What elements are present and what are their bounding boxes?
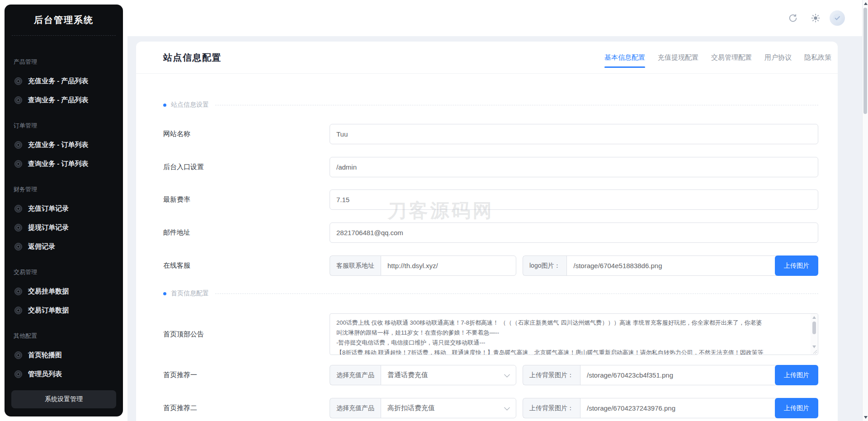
section-site-info: 站点信息设置 — [163, 100, 818, 109]
tab-privacy-policy[interactable]: 隐私政策 — [804, 53, 831, 62]
rate-input[interactable] — [330, 189, 818, 210]
sidebar-item-trade-pending[interactable]: 交易挂单数据 — [5, 282, 123, 301]
sidebar-item-withdraw-records[interactable]: 提现订单记录 — [5, 218, 123, 237]
scroll-down-icon[interactable] — [864, 416, 868, 419]
chevron-down-icon — [504, 404, 510, 410]
rec2-image-input[interactable] — [580, 398, 777, 418]
theme-toggle-sun-icon[interactable] — [810, 13, 821, 24]
section-label: 财务管理 — [14, 185, 123, 194]
record-circle-icon — [14, 77, 22, 85]
resize-grip-icon[interactable] — [813, 350, 817, 354]
textarea-scrollbar[interactable] — [811, 314, 818, 355]
select-product-addon: 选择充值产品 — [330, 365, 381, 385]
form-row-site-name: 网站名称 — [163, 124, 818, 144]
record-circle-icon — [14, 224, 22, 232]
sidebar-item-query-orders[interactable]: 查询业务 - 订单列表 — [5, 154, 123, 173]
form-row-email: 邮件地址 — [163, 222, 818, 243]
select-product-addon: 选择充值产品 — [330, 398, 381, 418]
sidebar-section-finance: 财务管理 充值订单记录 提现订单记录 返佣记录 — [5, 185, 123, 256]
app-title: 后台管理系统 — [5, 5, 123, 35]
spacer — [516, 365, 523, 385]
form-row-admin-path: 后台入口设置 — [163, 157, 818, 177]
record-circle-icon — [14, 307, 22, 314]
bg-image-addon: 上传背景图片： — [523, 365, 580, 385]
site-name-input[interactable] — [330, 124, 818, 144]
admin-path-input[interactable] — [330, 157, 818, 177]
section-dashed-line — [215, 293, 818, 294]
record-circle-icon — [14, 351, 22, 359]
email-input[interactable] — [330, 222, 818, 243]
sidebar-item-commission-records[interactable]: 返佣记录 — [5, 237, 123, 256]
field-label: 邮件地址 — [163, 228, 330, 237]
field-label: 首页顶部公告 — [163, 330, 330, 339]
scroll-up-icon[interactable] — [812, 316, 816, 319]
service-url-input[interactable] — [381, 255, 516, 276]
chevron-down-icon — [504, 371, 510, 377]
refresh-icon[interactable] — [788, 13, 798, 24]
upload-rec2-button[interactable]: 上传图片 — [775, 398, 818, 418]
sidebar: 后台管理系统 产品管理 充值业务 - 产品列表 查询业务 - 产品列表 订单管理… — [5, 5, 123, 416]
logo-path-input[interactable] — [566, 255, 777, 276]
record-circle-icon — [14, 288, 22, 295]
rec1-product-select[interactable]: 普通话费充值 — [381, 365, 516, 385]
record-circle-icon — [14, 96, 22, 104]
sidebar-item-recharge-records[interactable]: 充值订单记录 — [5, 199, 123, 218]
section-label: 订单管理 — [14, 122, 123, 130]
field-label: 首页推荐二 — [163, 404, 330, 412]
sidebar-item-admin-list[interactable]: 管理员列表 — [5, 364, 123, 383]
sidebar-section-trade: 交易管理 交易挂单数据 交易订单数据 — [5, 268, 123, 320]
spacer — [516, 398, 523, 418]
service-url-addon: 客服联系地址 — [330, 255, 381, 276]
rec1-image-input[interactable] — [580, 365, 777, 385]
system-settings-button[interactable]: 系统设置管理 — [11, 390, 116, 408]
upload-rec1-button[interactable]: 上传图片 — [775, 365, 818, 385]
settings-card: 站点信息配置 基本信息配置 充值提现配置 交易管理配置 用户协议 隐私政策 站点… — [136, 42, 838, 421]
logo-addon: logo图片： — [523, 255, 566, 276]
field-label: 在线客服 — [163, 261, 330, 270]
tab-user-agreement[interactable]: 用户协议 — [764, 53, 792, 62]
field-label: 网站名称 — [163, 130, 330, 138]
sidebar-section-orders: 订单管理 充值业务 - 订单列表 查询业务 - 订单列表 — [5, 122, 123, 173]
section-home-info: 首页信息配置 — [163, 289, 818, 298]
form-row-rate: 最新费率 — [163, 189, 818, 210]
sidebar-item-recharge-products[interactable]: 充值业务 - 产品列表 — [5, 71, 123, 90]
bg-image-addon: 上传背景图片： — [523, 398, 580, 418]
section-dashed-line — [215, 105, 818, 105]
page-title: 站点信息配置 — [163, 52, 222, 64]
upload-logo-button[interactable]: 上传图片 — [775, 255, 818, 276]
announcement-textarea[interactable]: 200话费上线 仅收 移动联通 300移动联通高速！7-8折都高速！ （（（石家… — [330, 313, 818, 355]
section-dot-icon — [163, 292, 166, 295]
rec2-product-select[interactable]: 高折扣话费充值 — [381, 398, 516, 418]
sidebar-item-recharge-orders[interactable]: 充值业务 - 订单列表 — [5, 135, 123, 154]
scroll-down-icon[interactable] — [812, 345, 816, 348]
tab-basic-info[interactable]: 基本信息配置 — [604, 53, 645, 62]
section-label: 交易管理 — [14, 268, 123, 276]
sidebar-section-other: 其他配置 首页轮播图 管理员列表 — [5, 332, 123, 383]
card-header: 站点信息配置 基本信息配置 充值提现配置 交易管理配置 用户协议 隐私政策 — [136, 42, 838, 74]
section-label: 产品管理 — [14, 58, 123, 66]
user-avatar[interactable] — [830, 10, 845, 26]
sidebar-item-home-carousel[interactable]: 首页轮播图 — [5, 345, 123, 364]
field-label: 首页推荐一 — [163, 371, 330, 379]
sidebar-nav: 产品管理 充值业务 - 产品列表 查询业务 - 产品列表 订单管理 充值业务 -… — [5, 36, 123, 383]
form-row-home-rec-1: 首页推荐一 选择充值产品 普通话费充值 上传背景图片： 上传图片 — [163, 365, 818, 385]
scrollbar-thumb[interactable] — [812, 322, 816, 334]
field-label: 最新费率 — [163, 195, 330, 204]
spacer — [516, 255, 523, 276]
tab-recharge-withdraw[interactable]: 充值提现配置 — [658, 53, 698, 62]
section-label: 其他配置 — [14, 332, 123, 340]
form-row-announcement: 首页顶部公告 200话费上线 仅收 移动联通 300移动联通高速！7-8折都高速… — [163, 313, 818, 355]
scrollbar-thumb[interactable] — [863, 8, 867, 114]
sidebar-item-trade-orders[interactable]: 交易订单数据 — [5, 301, 123, 320]
form-row-online-service: 在线客服 客服联系地址 logo图片： 上传图片 — [163, 255, 818, 276]
record-circle-icon — [14, 205, 22, 213]
content-area: 站点信息配置 基本信息配置 充值提现配置 交易管理配置 用户协议 隐私政策 站点… — [127, 36, 863, 421]
announcement-wrap: 200话费上线 仅收 移动联通 300移动联通高速！7-8折都高速！ （（（石家… — [330, 313, 818, 355]
sidebar-item-query-products[interactable]: 查询业务 - 产品列表 — [5, 90, 123, 109]
field-label: 后台入口设置 — [163, 163, 330, 171]
page-scrollbar[interactable] — [862, 0, 868, 421]
scroll-up-icon[interactable] — [864, 2, 868, 5]
form-row-home-rec-2: 首页推荐二 选择充值产品 高折扣话费充值 上传背景图片： 上传图片 — [163, 398, 818, 418]
record-circle-icon — [14, 370, 22, 378]
tab-trade-manage[interactable]: 交易管理配置 — [711, 53, 752, 62]
